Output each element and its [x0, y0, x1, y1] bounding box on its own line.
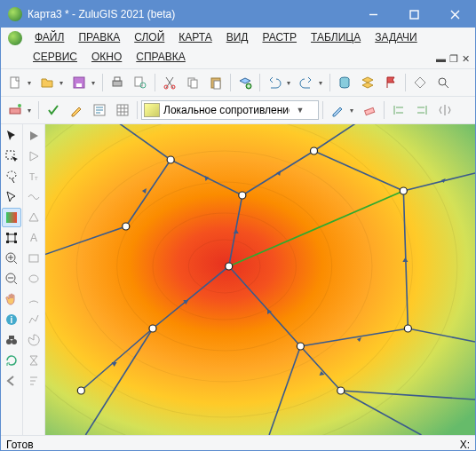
- draw-erase-button[interactable]: [359, 99, 380, 121]
- mdi-minimize-icon[interactable]: ▬: [436, 53, 446, 65]
- print-preview-button[interactable]: [130, 72, 151, 93]
- minimize-button[interactable]: [353, 1, 393, 28]
- work-area: i TT A: [1, 124, 475, 435]
- svg-rect-40: [29, 255, 38, 262]
- svg-point-51: [239, 192, 246, 199]
- menu-edit[interactable]: ПРАВКА: [71, 29, 127, 47]
- style-combo-dropdown-icon[interactable]: ▼: [293, 106, 307, 115]
- svg-rect-1: [11, 77, 19, 88]
- undo-button[interactable]: [264, 72, 294, 93]
- svg-rect-36: [9, 336, 14, 339]
- copy-button[interactable]: [182, 72, 203, 93]
- mdi-close-icon[interactable]: ✕: [462, 53, 470, 65]
- pointer-tool[interactable]: [2, 126, 21, 146]
- draw-pencil-button[interactable]: [327, 99, 357, 121]
- window-title: Карта3 * - ZuluGIS 2021 (beta): [28, 8, 353, 20]
- svg-point-49: [167, 156, 174, 163]
- apply-button[interactable]: [43, 99, 64, 121]
- text-size-tool[interactable]: TT: [24, 167, 44, 186]
- maximize-button[interactable]: [393, 1, 434, 28]
- paste-button[interactable]: [205, 72, 226, 93]
- pan-tool[interactable]: [2, 289, 21, 309]
- flip-button[interactable]: [434, 99, 456, 121]
- svg-point-53: [400, 187, 407, 194]
- menu-view[interactable]: ВИД: [219, 29, 256, 47]
- edit-grid-button[interactable]: [112, 99, 133, 121]
- wave-tool[interactable]: [24, 187, 44, 207]
- left-toolbar-2: TT A: [23, 124, 45, 435]
- svg-text:T: T: [35, 176, 38, 181]
- menu-window[interactable]: ОКНО: [84, 49, 129, 65]
- menu-help[interactable]: СПРАВКА: [129, 49, 193, 65]
- menu-layer[interactable]: СЛОЙ: [127, 29, 171, 47]
- svg-point-57: [297, 343, 304, 350]
- align-right-button[interactable]: [411, 99, 432, 121]
- select-lasso-tool[interactable]: [2, 167, 21, 186]
- tool-layers-button[interactable]: [357, 72, 378, 93]
- svg-point-16: [439, 78, 446, 85]
- hourglass-tool[interactable]: [24, 351, 44, 370]
- shape-tool[interactable]: [24, 208, 44, 227]
- style-combo-input[interactable]: [160, 104, 293, 116]
- menu-map[interactable]: КАРТА: [171, 29, 218, 47]
- select-rect-tool[interactable]: [2, 146, 21, 166]
- polyline-tool[interactable]: [24, 310, 44, 329]
- refresh-tool[interactable]: [2, 351, 21, 370]
- zoom-in-tool[interactable]: [2, 249, 21, 268]
- svg-point-9: [171, 85, 175, 89]
- edit-form-button[interactable]: [89, 99, 110, 121]
- marker-tool[interactable]: [24, 146, 44, 166]
- svg-rect-24: [6, 212, 17, 223]
- select-cursor-tool[interactable]: [2, 187, 21, 207]
- svg-rect-21: [365, 107, 375, 115]
- mdi-restore-icon[interactable]: ❐: [449, 53, 458, 65]
- menu-table[interactable]: ТАБЛИЦА: [304, 29, 368, 47]
- tool-search-button[interactable]: [432, 72, 454, 93]
- sort-tool[interactable]: [24, 371, 44, 391]
- svg-text:i: i: [11, 315, 13, 325]
- add-layer-button[interactable]: [234, 72, 256, 93]
- heatmap-tool[interactable]: [2, 208, 21, 227]
- rect-tool[interactable]: [24, 249, 44, 268]
- main-toolbar: [1, 69, 475, 97]
- new-button[interactable]: [4, 72, 35, 93]
- svg-point-34: [6, 339, 12, 344]
- cut-button[interactable]: [159, 72, 180, 93]
- zoom-out-tool[interactable]: [2, 269, 21, 289]
- svg-rect-29: [14, 241, 17, 243]
- edit-mode-button[interactable]: [4, 99, 35, 121]
- tool-db-button[interactable]: [334, 72, 355, 93]
- menu-file[interactable]: ФАЙЛ: [28, 29, 71, 47]
- align-left-button[interactable]: [388, 99, 409, 121]
- back-tool[interactable]: [2, 371, 21, 391]
- close-button[interactable]: [434, 1, 475, 28]
- style-combo-swatch-icon: [144, 103, 160, 117]
- print-button[interactable]: [107, 72, 128, 93]
- tool-diamond-button[interactable]: [409, 72, 431, 93]
- binoculars-tool[interactable]: [2, 330, 21, 350]
- play-tool[interactable]: [24, 126, 44, 146]
- ellipse-tool[interactable]: [24, 269, 44, 289]
- open-button[interactable]: [36, 72, 67, 93]
- save-button[interactable]: [68, 72, 99, 93]
- style-combo[interactable]: ▼: [141, 100, 319, 120]
- svg-point-54: [226, 263, 233, 270]
- menu-tasks[interactable]: ЗАДАЧИ: [368, 29, 424, 47]
- app-icon: [8, 7, 22, 21]
- menu-service[interactable]: СЕРВИС: [26, 49, 84, 65]
- arc-tool[interactable]: [24, 289, 44, 309]
- map-canvas[interactable]: [45, 124, 475, 435]
- svg-rect-27: [14, 233, 17, 235]
- handles-tool[interactable]: [2, 228, 21, 248]
- svg-rect-3: [76, 83, 82, 87]
- svg-rect-26: [6, 233, 9, 235]
- text-tool[interactable]: A: [24, 228, 44, 248]
- menu-raster[interactable]: РАСТР: [255, 29, 304, 47]
- info-tool[interactable]: i: [2, 310, 21, 329]
- tool-flag-button[interactable]: [380, 72, 401, 93]
- edit-pencil-button[interactable]: [66, 99, 87, 121]
- redo-button[interactable]: [296, 72, 326, 93]
- svg-rect-4: [113, 81, 122, 86]
- pie-tool[interactable]: [24, 330, 44, 350]
- svg-rect-5: [115, 77, 120, 81]
